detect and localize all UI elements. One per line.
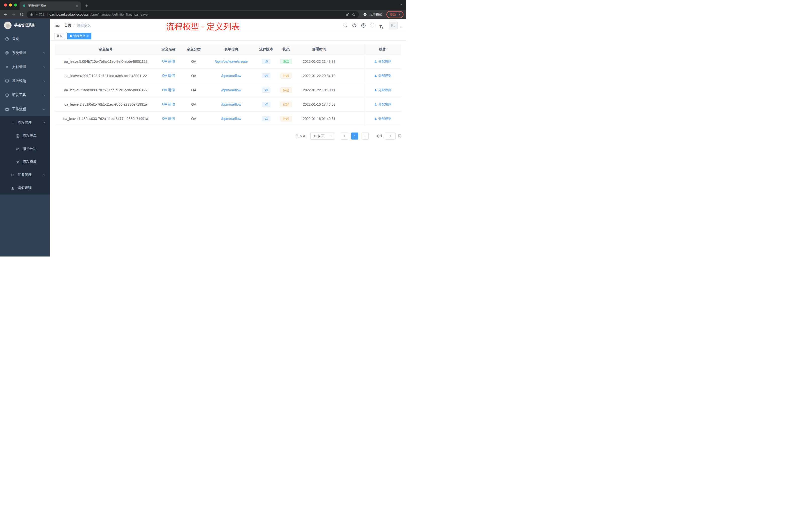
sidebar-item-label: 工作流程 [12, 107, 26, 112]
sidebar-item-leave-query[interactable]: 请假查询 [0, 181, 50, 194]
briefcase-icon [5, 107, 9, 111]
sidebar-item-label: 基础设施 [12, 79, 26, 83]
form-link[interactable]: /bpm/oa/flow [221, 88, 241, 92]
tag-close-icon[interactable]: × [87, 34, 89, 38]
dashboard-icon [5, 37, 9, 41]
avatar-caret-icon[interactable] [400, 27, 402, 28]
new-tab-button[interactable]: + [83, 2, 90, 9]
annotation-title: 流程模型 - 定义列表 [166, 21, 240, 32]
form-link[interactable]: /bpm/oa/flow [221, 117, 241, 121]
column-header: 定义编号 [55, 44, 156, 54]
version-badge: v1 [262, 116, 271, 121]
page-size-select[interactable]: 10条/页 [310, 132, 335, 140]
breadcrumb-home[interactable]: 首页 [64, 23, 71, 28]
sidebar-item-home[interactable]: 首页 [0, 32, 50, 46]
tag-label: 首页 [57, 34, 63, 38]
sidebar-item-label: 流程表单 [23, 133, 37, 138]
form-link[interactable]: /bpm/oa/flow [221, 74, 241, 78]
form-link[interactable]: /bpm/oa/leave/create [215, 59, 248, 63]
form-link[interactable]: /bpm/oa/flow [221, 102, 241, 107]
password-key-icon[interactable] [346, 12, 350, 17]
app-window: 芋道管理系统 首页 系统管理 [0, 19, 406, 256]
tab-favicon-icon [22, 4, 26, 8]
sidebar-item-task-management[interactable]: 任务管理 [0, 169, 50, 181]
breadcrumb: 首页 / 流程定义 [64, 23, 91, 28]
assign-rule-link[interactable]: 分配规则 [374, 102, 392, 107]
sidebar-item-process-management[interactable]: 流程管理 [0, 116, 50, 129]
user-avatar[interactable] [389, 22, 398, 29]
header-actions: ? TT [342, 22, 402, 29]
deploy-time: 2022-01-16 01:40:51 [296, 112, 343, 126]
sidebar-item-devtools[interactable]: 研发工具 [0, 88, 50, 102]
definition-category: OA [181, 83, 207, 97]
sidebar-toggle-icon[interactable] [54, 22, 61, 29]
minimize-window-button[interactable] [9, 3, 12, 6]
workflow-submenu: 流程管理 流程表单 [0, 116, 50, 194]
browser-menu-icon[interactable] [399, 14, 400, 15]
sidebar-item-label: 任务管理 [18, 173, 32, 177]
monitor-icon [5, 79, 9, 83]
page-size-value: 10条/页 [314, 134, 325, 138]
assign-rule-link[interactable]: 分配规则 [374, 117, 392, 121]
sidebar-item-system[interactable]: 系统管理 [0, 46, 50, 60]
table-row: oa_leave:2:3c1f0ef1-76b1-11ec-9c66-a2380… [55, 97, 401, 112]
font-size-icon[interactable]: TT [378, 22, 385, 29]
zoom-window-button[interactable] [14, 3, 17, 6]
tag-process-definition[interactable]: 流程定义 × [67, 33, 91, 39]
chrome-update-button[interactable]: 更新 [386, 11, 404, 18]
definition-id: oa_leave:2:3c1f0ef1-76b1-11ec-9c66-a2380… [55, 97, 156, 112]
definition-name-link[interactable]: OA 请假 [162, 88, 175, 92]
tab-close-icon[interactable]: × [76, 4, 78, 8]
prev-page-button[interactable] [341, 132, 348, 140]
reload-icon[interactable] [19, 11, 25, 18]
not-secure-warning-icon [30, 12, 33, 16]
sidebar-item-payment[interactable]: ¥ 支付管理 [0, 60, 50, 74]
browser-tab[interactable]: 芋道管理系统 × [20, 1, 81, 10]
definition-name-link[interactable]: OA 请假 [162, 117, 175, 121]
definition-name-link[interactable]: OA 请假 [162, 59, 175, 64]
security-label: 不安全 [35, 12, 45, 17]
sidebar-item-process-model[interactable]: 流程模型 [0, 155, 50, 169]
definition-name-link[interactable]: OA 请假 [162, 73, 175, 78]
column-header-spacer [343, 44, 364, 54]
table-header-row: 定义编号 定义名称 定义分类 表单信息 流程版本 状态 部署时间 操作 [55, 44, 401, 55]
definition-category: OA [181, 112, 207, 126]
column-header: 定义分类 [181, 44, 207, 54]
back-icon[interactable] [2, 11, 8, 18]
omnibox-divider [47, 13, 48, 16]
forward-icon[interactable] [10, 11, 17, 18]
assign-rule-link[interactable]: 分配规则 [374, 59, 392, 64]
status-badge: 挂起 [281, 102, 292, 107]
sidebar-item-user-group[interactable]: 用户分组 [0, 142, 50, 155]
bookmark-star-icon[interactable] [352, 12, 356, 17]
sidebar-item-workflow[interactable]: 工作流程 [0, 102, 50, 116]
tab-search-icon[interactable] [399, 3, 403, 6]
definition-name-link[interactable]: OA 请假 [162, 102, 175, 107]
search-icon[interactable] [342, 22, 349, 29]
url-omnibox[interactable]: 不安全 dashboard.yudao.iocoder.cn/bpm/manag… [27, 11, 359, 18]
chevron-down-icon [43, 80, 46, 83]
incognito-icon [363, 12, 367, 17]
fullscreen-icon[interactable] [369, 22, 376, 29]
assign-rule-link[interactable]: 分配规则 [374, 73, 392, 78]
sidebar-logo: 芋道管理系统 [0, 19, 50, 32]
page-goto-input[interactable] [385, 132, 396, 140]
help-icon[interactable]: ? [359, 22, 367, 29]
sidebar: 芋道管理系统 首页 系统管理 [0, 19, 50, 256]
user-icon [374, 117, 377, 120]
goto-label: 前往 [376, 134, 383, 138]
definition-id: oa_leave:1:482ec033-762a-11ec-8477-a2380… [55, 112, 156, 126]
next-page-button[interactable] [361, 132, 369, 140]
incognito-indicator: 无痕模式 [363, 12, 382, 17]
page-number-button[interactable]: 1 [351, 132, 358, 140]
tab-title: 芋道管理系统 [28, 4, 74, 8]
close-window-button[interactable] [4, 3, 7, 6]
github-icon[interactable] [350, 22, 358, 29]
sidebar-item-infrastructure[interactable]: 基础设施 [0, 74, 50, 88]
assign-rule-link[interactable]: 分配规则 [374, 88, 392, 92]
definition-category: OA [181, 55, 207, 68]
status-badge: 挂起 [281, 87, 292, 93]
tag-home[interactable]: 首页 [54, 33, 65, 39]
url-host: dashboard.yudao.iocoder.cn [50, 12, 90, 16]
sidebar-item-process-form[interactable]: 流程表单 [0, 129, 50, 142]
